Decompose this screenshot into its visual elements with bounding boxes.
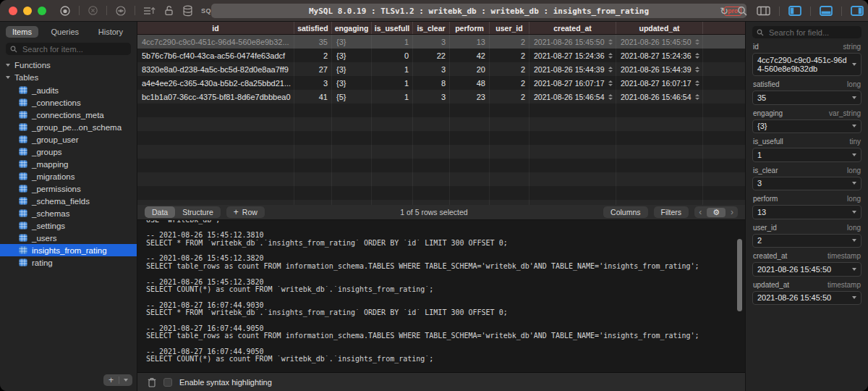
- cell-satisfied[interactable]: [294, 131, 332, 145]
- cell-updated_at[interactable]: [616, 145, 703, 159]
- field-value-select[interactable]: 35: [752, 91, 861, 105]
- sidebar-search[interactable]: [6, 43, 131, 55]
- cell-satisfied[interactable]: 2: [294, 49, 332, 62]
- cell-is_clear[interactable]: [413, 145, 450, 159]
- cell-engaging[interactable]: {3}: [332, 76, 372, 90]
- cell-user_id[interactable]: 2: [490, 76, 529, 90]
- gear-icon[interactable]: ⚙: [707, 208, 726, 217]
- cell-is_clear[interactable]: [413, 117, 450, 131]
- cell-satisfied[interactable]: [294, 159, 332, 172]
- cell-perform[interactable]: [450, 104, 490, 117]
- cell-is_usefull[interactable]: [372, 117, 413, 131]
- cell-id[interactable]: [137, 104, 294, 117]
- timestamp-stepper-icon[interactable]: [695, 67, 699, 72]
- cell-updated_at[interactable]: [616, 186, 703, 200]
- cell-satisfied[interactable]: [294, 186, 332, 200]
- minimize-window-button[interactable]: [23, 7, 32, 15]
- close-window-button[interactable]: [9, 7, 17, 15]
- empty-table-row[interactable]: [137, 186, 745, 200]
- cell-is_usefull[interactable]: [372, 145, 413, 159]
- column-header-satisfied[interactable]: satisfied: [294, 22, 332, 34]
- cell-engaging[interactable]: [332, 104, 372, 117]
- column-header-is_clear[interactable]: is_clear: [413, 22, 450, 34]
- cell-perform[interactable]: [450, 131, 490, 145]
- cell-user_id[interactable]: [490, 159, 529, 172]
- cell-is_usefull[interactable]: [372, 131, 413, 145]
- sidebar-item-_connections_meta[interactable]: _connections_meta: [0, 109, 137, 121]
- prev-page-icon[interactable]: ‹: [699, 207, 702, 217]
- data-view-button[interactable]: Data: [145, 206, 175, 218]
- cell-perform[interactable]: [450, 159, 490, 172]
- cell-perform[interactable]: [450, 117, 490, 131]
- table-row[interactable]: 8320e8a0-d238-4a5c-bc5d-82d0e8aa7ff927{3…: [137, 62, 745, 76]
- sidebar-item-_settings[interactable]: _settings: [0, 219, 137, 232]
- cell-updated_at[interactable]: [616, 131, 703, 145]
- cell-created_at[interactable]: [529, 159, 616, 172]
- cell-id[interactable]: [137, 159, 294, 172]
- filters-button[interactable]: Filters: [654, 206, 689, 218]
- sidebar-item-_users[interactable]: _users: [0, 232, 137, 244]
- cell-perform[interactable]: [450, 172, 490, 186]
- timestamp-stepper-icon[interactable]: [695, 94, 699, 100]
- cell-is_clear[interactable]: [413, 104, 450, 117]
- cell-is_usefull[interactable]: [372, 104, 413, 117]
- cell-engaging[interactable]: [332, 159, 372, 172]
- cell-perform[interactable]: 23: [450, 90, 490, 104]
- sidebar-item-_groups[interactable]: _groups: [0, 146, 137, 158]
- sidebar-item-rating[interactable]: rating: [0, 256, 137, 269]
- field-value-select[interactable]: 2: [752, 234, 861, 248]
- unlock-icon[interactable]: [163, 5, 174, 16]
- cell-created_at[interactable]: [529, 117, 616, 131]
- add-row-button[interactable]: + Row: [226, 206, 265, 218]
- layout-columns-icon[interactable]: [757, 6, 770, 16]
- timestamp-stepper-icon[interactable]: [695, 39, 699, 45]
- cell-engaging[interactable]: {3}: [332, 62, 372, 76]
- cell-id[interactable]: 4cc7c290-c9c0-451c-96d4-560e8e9b32...: [137, 35, 294, 49]
- cell-created_at[interactable]: 2021-08-26 15:44:39: [529, 62, 616, 76]
- table-row[interactable]: a4e4ee26-c365-430a-b5b2-c8a25bbd21...3{3…: [137, 76, 745, 90]
- cell-updated_at[interactable]: [616, 104, 703, 117]
- cell-updated_at[interactable]: 2021-08-26 15:45:50: [616, 35, 703, 49]
- table-row[interactable]: 5b76c7b6-cf40-43ca-ac56-0474fe63adcf2{3}…: [137, 49, 745, 62]
- cell-updated_at[interactable]: [616, 117, 703, 131]
- cell-is_usefull[interactable]: 1: [372, 76, 413, 90]
- database-icon[interactable]: [182, 5, 193, 17]
- empty-table-row[interactable]: [137, 104, 745, 117]
- cell-id[interactable]: [137, 145, 294, 159]
- add-item-button[interactable]: +: [103, 374, 132, 386]
- cell-user_id[interactable]: [490, 104, 529, 117]
- cell-engaging[interactable]: {3}: [332, 35, 372, 49]
- cell-is_usefull[interactable]: 1: [372, 90, 413, 104]
- scrollbar-thumb[interactable]: [737, 239, 742, 311]
- section-tables[interactable]: Tables: [0, 72, 137, 84]
- field-search-input[interactable]: [767, 28, 857, 38]
- timestamp-stepper-icon[interactable]: [608, 67, 613, 72]
- sidebar-item-insights_from_rating[interactable]: insights_from_rating: [0, 244, 137, 256]
- cell-is_clear[interactable]: [413, 186, 450, 200]
- cell-satisfied[interactable]: 3: [294, 76, 332, 90]
- cell-is_clear[interactable]: [413, 131, 450, 145]
- columns-button[interactable]: Columns: [603, 206, 647, 218]
- field-value-select[interactable]: 13: [752, 205, 861, 219]
- close-circle-icon[interactable]: [88, 5, 98, 16]
- cell-updated_at[interactable]: 2021-08-27 16:07:17: [616, 76, 703, 90]
- sidebar-item-_connections[interactable]: _connections: [0, 96, 137, 109]
- cell-satisfied[interactable]: [294, 172, 332, 186]
- sidebar-item-_schema_fields[interactable]: _schema_fields: [0, 195, 137, 207]
- cell-user_id[interactable]: [490, 186, 529, 200]
- cell-is_clear[interactable]: 22: [413, 49, 450, 62]
- timestamp-stepper-icon[interactable]: [608, 53, 613, 59]
- tab-history[interactable]: History: [92, 26, 129, 38]
- cell-satisfied[interactable]: [294, 145, 332, 159]
- cell-is_usefull[interactable]: [372, 159, 413, 172]
- table-row[interactable]: bc1b1a07-36cc-4375-bf81-8d6e7dbbbea041{5…: [137, 90, 745, 104]
- section-functions[interactable]: Functions: [0, 59, 137, 72]
- cell-engaging[interactable]: {3}: [332, 49, 372, 62]
- cell-id[interactable]: bc1b1a07-36cc-4375-bf81-8d6e7dbbbea0: [137, 90, 294, 104]
- cell-created_at[interactable]: 2021-08-27 15:24:36: [529, 49, 616, 62]
- cell-satisfied[interactable]: [294, 104, 332, 117]
- cell-id[interactable]: a4e4ee26-c365-430a-b5b2-c8a25bbd21...: [137, 76, 294, 90]
- search-icon[interactable]: [737, 6, 748, 17]
- sidebar-search-input[interactable]: [21, 44, 127, 54]
- cell-is_usefull[interactable]: 0: [372, 49, 413, 62]
